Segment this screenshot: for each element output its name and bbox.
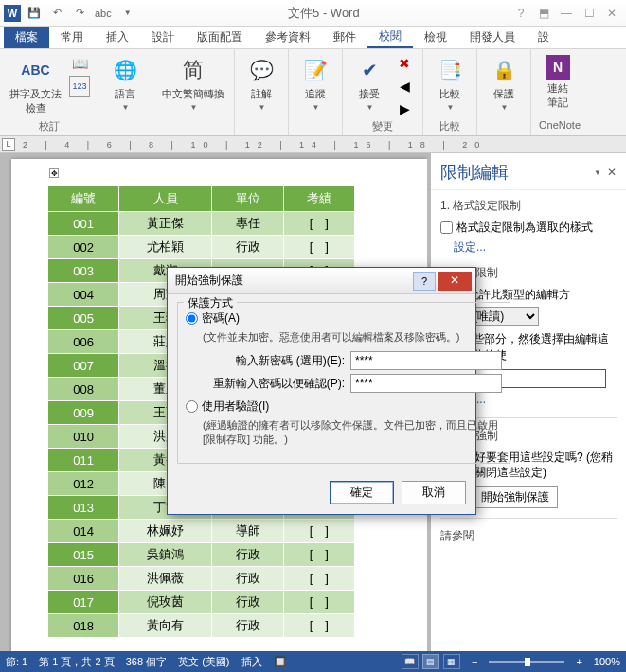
language-button[interactable]: 🌐 語言▼ [106, 53, 144, 114]
cell[interactable]: [ ] [283, 520, 354, 543]
zoom-slider[interactable] [489, 661, 564, 663]
spelling-button[interactable]: ABC 拼字及文法 檢查 [8, 53, 63, 117]
cell[interactable]: 015 [48, 543, 119, 567]
track-changes-button[interactable]: 📝 追蹤▼ [296, 53, 334, 114]
qat-more-icon[interactable]: ▼ [118, 4, 137, 23]
cell[interactable]: 011 [48, 449, 119, 472]
tab-review[interactable]: 校閱 [367, 27, 413, 48]
cell[interactable]: 004 [48, 283, 119, 307]
word-count[interactable]: 368 個字 [126, 655, 167, 669]
protect-button[interactable]: 🔒 保護▼ [485, 53, 523, 114]
tab-layout[interactable]: 版面配置 [186, 27, 254, 48]
cell[interactable]: 018 [48, 614, 119, 638]
next-change-icon[interactable]: ▶ [394, 98, 415, 119]
tab-references[interactable]: 參考資料 [254, 27, 322, 48]
confirm-password-input[interactable] [350, 374, 502, 393]
save-icon[interactable]: 💾 [25, 4, 44, 23]
cell[interactable]: 009 [48, 401, 119, 425]
cell[interactable]: 林姵妤 [119, 520, 212, 543]
dialog-close-icon[interactable]: ✕ [438, 272, 472, 291]
cell[interactable]: [ ] [283, 591, 354, 614]
zoom-out-icon[interactable]: − [472, 656, 477, 667]
tab-design[interactable]: 設計 [140, 27, 186, 48]
cancel-button[interactable]: 取消 [402, 481, 466, 504]
cell[interactable]: 專任 [212, 212, 283, 236]
tab-more[interactable]: 設 [527, 27, 561, 48]
panel-menu-icon[interactable]: ▼ [594, 168, 601, 177]
user-auth-radio[interactable]: 使用者驗證(I) [186, 398, 502, 415]
zoom-in-icon[interactable]: + [576, 656, 581, 667]
cell[interactable]: 行政 [212, 567, 283, 591]
cell[interactable]: 倪玫茵 [119, 591, 212, 614]
cell[interactable]: 012 [48, 472, 119, 496]
cell[interactable]: [ ] [283, 567, 354, 591]
tab-developer[interactable]: 開發人員 [458, 27, 527, 48]
page-indicator[interactable]: 第 1 頁，共 2 頁 [39, 655, 114, 669]
cell[interactable]: [ ] [283, 614, 354, 638]
tab-file[interactable]: 檔案 [4, 27, 49, 48]
cell[interactable]: 尤柏穎 [119, 236, 212, 259]
formatting-checkbox[interactable]: 格式設定限制為選取的樣式 [440, 220, 617, 236]
cell[interactable]: 吳鎮鴻 [119, 543, 212, 567]
tab-mailings[interactable]: 郵件 [322, 27, 367, 48]
cell[interactable]: 003 [48, 259, 119, 283]
language-indicator[interactable]: 英文 (美國) [178, 655, 229, 669]
cell[interactable]: 010 [48, 425, 119, 449]
reject-icon[interactable]: ✖ [394, 53, 415, 74]
maximize-icon[interactable]: ☐ [579, 3, 599, 24]
onenote-button[interactable]: N 連結 筆記 [539, 53, 577, 112]
cell[interactable]: 005 [48, 307, 119, 330]
cell[interactable]: 002 [48, 236, 119, 259]
print-layout-icon[interactable]: ▤ [422, 654, 439, 669]
prev-change-icon[interactable]: ◀ [394, 76, 415, 97]
cell[interactable]: [ ] [283, 543, 354, 567]
cell[interactable]: 013 [48, 496, 119, 520]
minimize-icon[interactable]: — [556, 3, 577, 24]
dialog-help-icon[interactable]: ? [413, 272, 436, 291]
redo-icon[interactable]: ↷ [70, 4, 89, 23]
cell[interactable]: 017 [48, 591, 119, 614]
chinese-conversion-button[interactable]: 简 中文繁簡轉換▼ [160, 53, 226, 114]
close-icon[interactable]: ✕ [601, 3, 622, 24]
settings-link[interactable]: 設定... [454, 239, 617, 256]
cell[interactable]: 001 [48, 212, 119, 236]
cell[interactable]: 行政 [212, 236, 283, 259]
wordcount-icon[interactable]: 123 [69, 76, 90, 97]
cell[interactable]: 007 [48, 354, 119, 378]
cell[interactable]: 008 [48, 378, 119, 401]
cell[interactable]: 006 [48, 330, 119, 354]
cell[interactable]: 黃向有 [119, 614, 212, 638]
cell[interactable]: 黃正傑 [119, 212, 212, 236]
cell[interactable]: 行政 [212, 614, 283, 638]
new-password-input[interactable] [350, 351, 502, 370]
insert-mode[interactable]: 插入 [241, 655, 262, 669]
ribbon-toggle-icon[interactable]: ⬒ [533, 3, 554, 24]
help-icon[interactable]: ? [510, 3, 531, 24]
tab-view[interactable]: 檢視 [413, 27, 458, 48]
tab-selector[interactable]: L [2, 138, 15, 151]
cell[interactable]: 洪佩薇 [119, 567, 212, 591]
cell[interactable]: 行政 [212, 543, 283, 567]
read-mode-icon[interactable]: 📖 [402, 654, 419, 669]
cell[interactable]: 行政 [212, 591, 283, 614]
web-layout-icon[interactable]: ▦ [443, 654, 460, 669]
zoom-level[interactable]: 100% [594, 656, 620, 667]
tab-home[interactable]: 常用 [49, 27, 95, 48]
accept-button[interactable]: ✔ 接受▼ [350, 53, 388, 114]
spellcheck-icon[interactable]: abc [93, 4, 114, 23]
cell[interactable]: 016 [48, 567, 119, 591]
cell[interactable]: 導師 [212, 520, 283, 543]
comments-button[interactable]: 💬 註解▼ [242, 53, 280, 114]
section-indicator[interactable]: 節: 1 [6, 655, 27, 669]
ok-button[interactable]: 確定 [330, 481, 394, 504]
thesaurus-icon[interactable]: 📖 [69, 53, 90, 74]
undo-icon[interactable]: ↶ [47, 4, 66, 23]
tab-insert[interactable]: 插入 [95, 27, 140, 48]
panel-close-icon[interactable]: ✕ [607, 166, 617, 179]
cell[interactable]: [ ] [283, 236, 354, 259]
compare-button[interactable]: 📑 比較▼ [431, 53, 469, 114]
cell[interactable]: [ ] [283, 212, 354, 236]
password-radio[interactable]: 密碼(A) [186, 310, 502, 327]
table-anchor-icon[interactable]: ✥ [49, 168, 59, 178]
cell[interactable]: 014 [48, 520, 119, 543]
